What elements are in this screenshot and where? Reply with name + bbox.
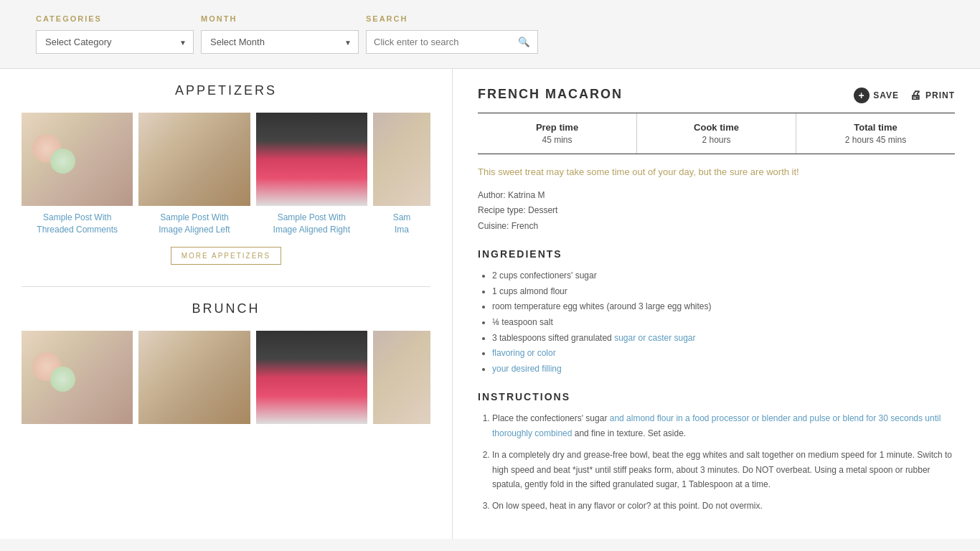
- post-link[interactable]: Sample Post WithImage Aligned Left: [138, 212, 250, 236]
- ingredient-item: ⅛ teaspoon salt: [492, 315, 955, 331]
- post-link[interactable]: Sample Post WithImage Aligned Right: [256, 212, 367, 236]
- category-select[interactable]: Select Category Appetizers Brunch Desser…: [36, 30, 194, 54]
- cook-time-block: Cook time 2 hours: [637, 113, 796, 154]
- cuisine-value: French: [512, 221, 538, 231]
- ingredients-title: INGREDIENTS: [478, 248, 955, 260]
- month-select[interactable]: Select Month JanuaryFebruaryMarch AprilM…: [201, 30, 359, 54]
- post-thumbnail: [22, 331, 133, 424]
- appetizers-section: APPETIZERS Sample Post WithThreaded Comm…: [22, 83, 430, 265]
- more-appetizers-link[interactable]: MORE APPETIZERS: [171, 247, 281, 265]
- filter-labels: CATEGORIES MONTH SEARCH: [36, 14, 944, 23]
- ingredient-item: flavoring or color: [492, 346, 955, 362]
- recipe-times: Prep time 45 mins Cook time 2 hours Tota…: [478, 113, 955, 154]
- search-button[interactable]: 🔍: [511, 31, 537, 53]
- thumb-image: [373, 331, 430, 424]
- instruction-item: On low speed, heat in any flavor or colo…: [492, 499, 955, 513]
- recipe-type-value: Dessert: [528, 205, 557, 215]
- recipe-description: This sweet treat may take some time out …: [478, 165, 955, 179]
- recipe-times-container: + SAVE 🖨 PRINT Prep time 45 mins Cook ti…: [478, 113, 955, 154]
- month-label: MONTH: [201, 14, 366, 23]
- prep-time-label: Prep time: [485, 122, 629, 133]
- prep-time-block: Prep time 45 mins: [478, 113, 637, 154]
- appetizers-title: APPETIZERS: [22, 83, 430, 98]
- brunch-grid: [22, 331, 430, 424]
- thumb-image: [256, 113, 367, 206]
- post-item[interactable]: Sample Post WithThreaded Comments: [22, 113, 133, 236]
- ingredient-item: your desired filling: [492, 362, 955, 377]
- thumb-image: [373, 113, 430, 206]
- prep-time-value: 45 mins: [485, 135, 629, 145]
- main-layout: APPETIZERS Sample Post WithThreaded Comm…: [0, 69, 980, 539]
- search-input[interactable]: [367, 31, 511, 53]
- save-label: SAVE: [873, 90, 899, 100]
- total-time-value: 2 hours 45 mins: [804, 135, 948, 145]
- recipe-type-line: Recipe type: Dessert: [478, 203, 955, 219]
- print-label: PRINT: [925, 90, 955, 100]
- post-thumbnail: [138, 113, 250, 206]
- post-thumbnail: [22, 113, 133, 206]
- instructions-title: INSTRUCTIONS: [478, 391, 955, 402]
- filter-controls: Select Category Appetizers Brunch Desser…: [36, 30, 944, 54]
- cuisine-line: Cuisine: French: [478, 219, 955, 235]
- recipe-detail: FRENCH MACARON + SAVE 🖨 PRINT Prep time …: [452, 69, 980, 539]
- brunch-title: BRUNCH: [22, 301, 430, 316]
- print-button[interactable]: 🖨 PRINT: [910, 89, 955, 102]
- post-thumbnail: [256, 113, 367, 206]
- post-item-partial[interactable]: SamIma: [373, 113, 430, 236]
- ingredient-item: 2 cups confectioners' sugar: [492, 268, 955, 284]
- appetizers-grid: Sample Post WithThreaded Comments Sample…: [22, 113, 430, 236]
- post-item[interactable]: [138, 331, 250, 424]
- post-item[interactable]: Sample Post WithImage Aligned Left: [138, 113, 250, 236]
- instructions-list: Place the confectioners' sugar and almon…: [478, 411, 955, 513]
- ingredients-list: 2 cups confectioners' sugar 1 cups almon…: [478, 268, 955, 377]
- left-column: APPETIZERS Sample Post WithThreaded Comm…: [0, 69, 452, 539]
- instruction-item: Place the confectioners' sugar and almon…: [492, 411, 955, 441]
- total-time-block: Total time 2 hours 45 mins: [796, 113, 955, 154]
- month-select-wrapper: Select Month JanuaryFebruaryMarch AprilM…: [201, 30, 359, 54]
- post-thumbnail: [373, 113, 430, 206]
- post-thumbnail: [373, 331, 430, 424]
- recipe-actions: + SAVE 🖨 PRINT: [854, 88, 955, 103]
- filter-bar: CATEGORIES MONTH SEARCH Select Category …: [0, 0, 980, 69]
- post-item[interactable]: [256, 331, 367, 424]
- author-label: Author:: [478, 190, 506, 200]
- cook-time-label: Cook time: [644, 122, 788, 133]
- recipe-meta: Author: Katrina M Recipe type: Dessert C…: [478, 188, 955, 235]
- thumb-image: [256, 331, 367, 424]
- author-line: Author: Katrina M: [478, 188, 955, 204]
- cuisine-label: Cuisine:: [478, 221, 509, 231]
- thumb-image: [22, 331, 133, 424]
- post-thumbnail: [256, 331, 367, 424]
- post-item-partial[interactable]: [373, 331, 430, 424]
- thumb-image: [22, 113, 133, 206]
- author-value: Katrina M: [508, 190, 545, 200]
- thumb-image: [138, 331, 250, 424]
- post-item[interactable]: [22, 331, 133, 424]
- search-label: SEARCH: [366, 14, 567, 23]
- post-link[interactable]: Sample Post WithThreaded Comments: [22, 212, 133, 236]
- total-time-label: Total time: [804, 122, 948, 133]
- brunch-section: BRUNCH: [22, 301, 430, 424]
- ingredient-item: 1 cups almond flour: [492, 284, 955, 300]
- more-appetizers-row: MORE APPETIZERS: [22, 247, 430, 265]
- post-thumbnail: [138, 331, 250, 424]
- recipe-type-label: Recipe type:: [478, 205, 526, 215]
- save-icon: +: [854, 88, 870, 103]
- search-box: 🔍: [366, 30, 538, 54]
- post-item[interactable]: Sample Post WithImage Aligned Right: [256, 113, 367, 236]
- cook-time-value: 2 hours: [644, 135, 788, 145]
- print-icon: 🖨: [910, 89, 922, 102]
- ingredient-item: room temperature egg whites (around 3 la…: [492, 299, 955, 315]
- categories-label: CATEGORIES: [36, 14, 201, 23]
- thumb-image: [138, 113, 250, 206]
- category-select-wrapper: Select Category Appetizers Brunch Desser…: [36, 30, 194, 54]
- save-button[interactable]: + SAVE: [854, 88, 899, 103]
- section-divider: [22, 286, 430, 287]
- post-link[interactable]: SamIma: [373, 212, 430, 236]
- ingredient-item: 3 tablespoons sifted granulated sugar or…: [492, 331, 955, 347]
- instruction-item: In a completely dry and grease-free bowl…: [492, 448, 955, 491]
